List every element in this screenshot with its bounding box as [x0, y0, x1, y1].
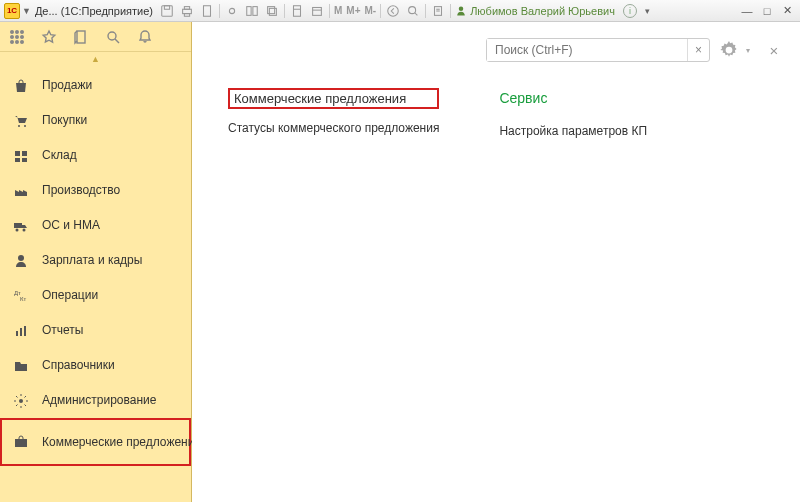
sidebar-item-label: Операции — [42, 288, 98, 302]
calendar-icon[interactable] — [309, 3, 325, 19]
toolbar-separator — [219, 4, 220, 18]
sidebar-item-catalogs[interactable]: Справочники — [0, 348, 191, 383]
search-box: × — [486, 38, 710, 62]
commercial-offers-link[interactable]: Коммерческие предложения — [228, 88, 439, 109]
search-icon[interactable] — [104, 28, 122, 46]
link-icon[interactable] — [224, 3, 240, 19]
sidebar-item-label: Коммерческие предложения — [42, 435, 201, 449]
svg-rect-4 — [184, 13, 189, 16]
sidebar-item-label: Покупки — [42, 113, 87, 127]
svg-point-28 — [16, 40, 19, 43]
offer-statuses-link[interactable]: Статусы коммерческого предложения — [228, 119, 439, 137]
close-button[interactable]: ✕ — [778, 4, 796, 18]
svg-rect-47 — [24, 326, 26, 336]
history-icon[interactable] — [72, 28, 90, 46]
chart-icon — [12, 322, 30, 340]
print-icon[interactable] — [179, 3, 195, 19]
svg-point-15 — [409, 6, 416, 13]
briefcase-icon — [12, 433, 30, 451]
sidebar-item-operations[interactable]: ДтКт Операции — [0, 278, 191, 313]
svg-point-40 — [16, 228, 19, 231]
sidebar-item-label: ОС и НМА — [42, 218, 100, 232]
sidebar-item-payroll[interactable]: Зарплата и кадры — [0, 243, 191, 278]
sidebar-item-warehouse[interactable]: Склад — [0, 138, 191, 173]
service-heading: Сервис — [499, 88, 647, 112]
svg-rect-49 — [15, 439, 27, 447]
sidebar-item-sales[interactable]: Продажи — [0, 68, 191, 103]
svg-point-23 — [21, 30, 24, 33]
sidebar-item-commercial-offers[interactable]: Коммерческие предложения — [0, 418, 191, 466]
svg-point-27 — [11, 40, 14, 43]
calculator-icon[interactable] — [289, 3, 305, 19]
gear-icon — [720, 41, 738, 59]
sidebar-item-admin[interactable]: Администрирование — [0, 383, 191, 418]
maximize-button[interactable]: □ — [758, 4, 776, 18]
svg-point-48 — [19, 399, 23, 403]
main-area: ▲ Продажи Покупки Склад Производство ОС … — [0, 22, 800, 502]
copy-icon[interactable] — [264, 3, 280, 19]
svg-rect-7 — [253, 6, 257, 15]
search-input[interactable] — [487, 39, 687, 61]
svg-rect-36 — [22, 151, 27, 156]
search-clear-button[interactable]: × — [687, 39, 709, 61]
sidebar-item-label: Зарплата и кадры — [42, 253, 142, 267]
svg-rect-38 — [22, 158, 27, 162]
favorites-icon[interactable] — [40, 28, 58, 46]
gear-icon — [12, 392, 30, 410]
svg-rect-45 — [16, 331, 18, 336]
document-icon[interactable] — [199, 3, 215, 19]
svg-rect-12 — [313, 7, 322, 15]
info-icon[interactable]: i — [623, 4, 637, 18]
info-dropdown-icon[interactable]: ▾ — [645, 6, 650, 16]
svg-point-22 — [16, 30, 19, 33]
report-icon[interactable] — [430, 3, 446, 19]
svg-rect-46 — [20, 328, 22, 336]
svg-line-32 — [115, 39, 119, 43]
toolbar-separator — [284, 4, 285, 18]
zoom-icon[interactable] — [405, 3, 421, 19]
svg-rect-37 — [15, 158, 20, 162]
sidebar: ▲ Продажи Покупки Склад Производство ОС … — [0, 22, 192, 502]
user-icon — [455, 5, 467, 17]
minimize-button[interactable]: — — [738, 4, 756, 18]
toolbar-separator — [380, 4, 381, 18]
svg-point-33 — [18, 125, 20, 127]
settings-dropdown-icon[interactable]: ▾ — [746, 46, 750, 55]
back-icon[interactable] — [385, 3, 401, 19]
sidebar-item-production[interactable]: Производство — [0, 173, 191, 208]
app-menu-dropdown-icon[interactable]: ▼ — [22, 6, 31, 16]
sections-icon[interactable] — [8, 28, 26, 46]
svg-rect-3 — [184, 6, 189, 9]
notifications-icon[interactable] — [136, 28, 154, 46]
svg-rect-35 — [15, 151, 20, 156]
sidebar-item-label: Продажи — [42, 78, 92, 92]
svg-rect-39 — [14, 223, 22, 228]
sidebar-item-assets[interactable]: ОС и НМА — [0, 208, 191, 243]
memory-mplus-button[interactable]: M+ — [346, 5, 360, 16]
sidebar-item-label: Справочники — [42, 358, 115, 372]
sidebar-collapse-icon[interactable]: ▲ — [0, 52, 191, 66]
svg-text:Кт: Кт — [20, 296, 26, 302]
compare-icon[interactable] — [244, 3, 260, 19]
content-right-column: Сервис Настройка параметров КП — [499, 88, 647, 140]
user-indicator[interactable]: Любимов Валерий Юрьевич — [455, 5, 615, 17]
sidebar-item-purchases[interactable]: Покупки — [0, 103, 191, 138]
save-icon[interactable] — [159, 3, 175, 19]
settings-button[interactable] — [718, 39, 740, 61]
panel-close-button[interactable]: × — [766, 42, 782, 58]
sidebar-item-reports[interactable]: Отчеты — [0, 313, 191, 348]
kp-settings-link[interactable]: Настройка параметров КП — [499, 122, 647, 140]
svg-point-14 — [388, 5, 399, 16]
content-columns: Коммерческие предложения Статусы коммерч… — [210, 88, 782, 140]
svg-point-25 — [16, 35, 19, 38]
memory-mminus-button[interactable]: M- — [364, 5, 376, 16]
svg-rect-6 — [247, 6, 251, 15]
svg-rect-2 — [183, 9, 192, 13]
sidebar-item-label: Производство — [42, 183, 120, 197]
svg-rect-30 — [77, 31, 85, 43]
svg-point-29 — [21, 40, 24, 43]
memory-m-button[interactable]: M — [334, 5, 342, 16]
user-name: Любимов Валерий Юрьевич — [470, 5, 615, 17]
toolbar-icons: M M+ M- Любимов Валерий Юрьевич i ▾ — [159, 3, 732, 19]
bag-icon — [12, 77, 30, 95]
